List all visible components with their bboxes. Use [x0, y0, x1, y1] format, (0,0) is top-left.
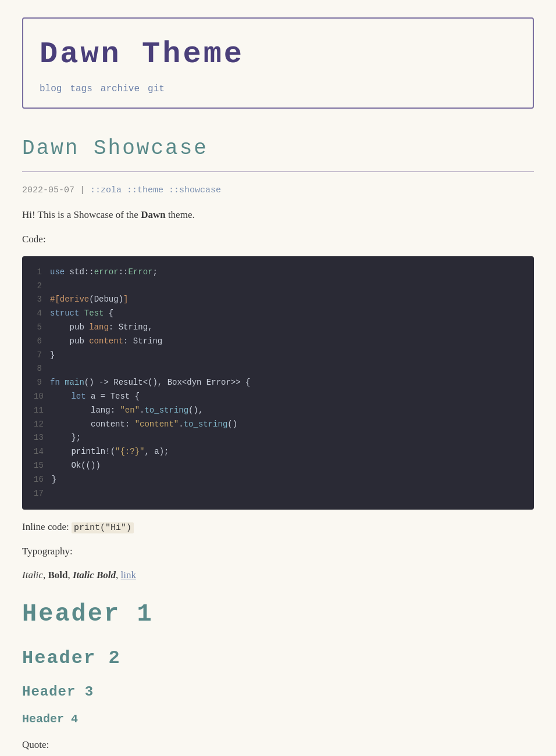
italic-example: Italic: [22, 569, 43, 581]
nav-git[interactable]: git: [148, 82, 165, 97]
nav-archive[interactable]: archive: [101, 82, 140, 97]
bold-example: Bold: [48, 569, 67, 581]
nav-tags[interactable]: tags: [70, 82, 92, 97]
post-divider: [22, 171, 534, 172]
tag-zola[interactable]: ::zola: [90, 185, 122, 195]
heading-3: Header 3: [22, 681, 534, 703]
quote-label: Quote:: [22, 737, 534, 753]
post-date: 2022-05-07: [22, 185, 74, 195]
nav-blog[interactable]: blog: [40, 82, 62, 97]
italic-bold-example: Italic Bold: [73, 569, 116, 581]
code-block: 1use std::error::Error; 2 3#[derive(Debu…: [22, 256, 534, 510]
site-nav: blog tags archive git: [40, 82, 516, 97]
post-title: Dawn Showcase: [22, 132, 534, 166]
meta-separator: |: [80, 185, 90, 195]
code-label: Code:: [22, 231, 534, 247]
tag-showcase[interactable]: ::showcase: [169, 185, 221, 195]
heading-2: Header 2: [22, 643, 534, 673]
heading-4: Header 4: [22, 710, 534, 729]
tag-theme[interactable]: ::theme: [127, 185, 163, 195]
main-content: Dawn Showcase 2022-05-07 | ::zola ::them…: [22, 132, 534, 756]
heading-1: Header 1: [22, 595, 534, 634]
inline-code: print("Hi"): [72, 522, 134, 533]
inline-code-line: Inline code: print("Hi"): [22, 519, 534, 535]
post-meta: 2022-05-07 | ::zola ::theme ::showcase: [22, 184, 534, 198]
site-title: Dawn Theme: [40, 30, 516, 78]
site-header: Dawn Theme blog tags archive git: [22, 17, 534, 109]
intro-paragraph: Hi! This is a Showcase of the Dawn theme…: [22, 207, 534, 223]
post-body: Hi! This is a Showcase of the Dawn theme…: [22, 207, 534, 756]
typography-link[interactable]: link: [121, 569, 136, 581]
typography-label: Typography:: [22, 543, 534, 559]
typography-examples: Italic, Bold, Italic Bold, link: [22, 567, 534, 583]
